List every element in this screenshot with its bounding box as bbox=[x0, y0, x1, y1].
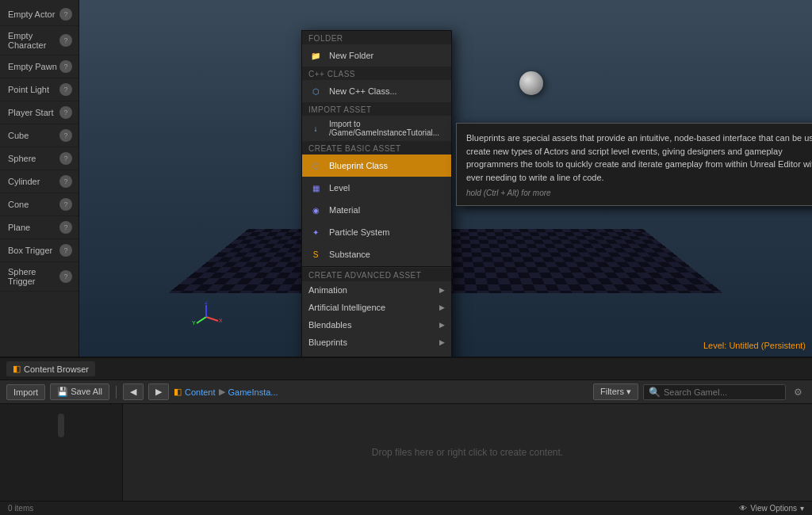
new-folder-item[interactable]: 📁 New Folder bbox=[302, 44, 451, 67]
bottom-panel-header: ◧ Content Browser bbox=[0, 358, 812, 380]
info-icon: ? bbox=[59, 152, 72, 165]
back-button[interactable]: ◀ bbox=[123, 383, 144, 400]
basic-section-label: Create Basic Asset bbox=[302, 141, 451, 154]
left-sidebar: Empty Actor ? Empty Character ? Empty Pa… bbox=[0, 0, 79, 357]
sidebar-item-cone[interactable]: Cone ? bbox=[0, 193, 79, 216]
content-browser-icon: ◧ bbox=[13, 364, 21, 374]
save-icon: 💾 bbox=[57, 387, 68, 396]
view-options-button[interactable]: 👁 View Options ▾ bbox=[739, 504, 804, 513]
submenu-arrow: ▶ bbox=[439, 321, 445, 329]
import-section-label: Import Asset bbox=[302, 102, 451, 116]
sidebar-item-cube[interactable]: Cube ? bbox=[0, 124, 79, 147]
svg-text:X: X bbox=[219, 318, 222, 323]
forward-button[interactable]: ▶ bbox=[148, 383, 169, 400]
info-icon: ? bbox=[59, 221, 72, 234]
sidebar-item-plane[interactable]: Plane ? bbox=[0, 216, 79, 239]
sidebar-item-point-light[interactable]: Point Light ? bbox=[0, 78, 79, 101]
settings-icon[interactable]: ⚙ bbox=[791, 387, 806, 398]
advanced-item-blueprints[interactable]: Blueprints▶ bbox=[302, 334, 451, 351]
chevron-down-icon: ▾ bbox=[800, 504, 804, 513]
content-browser-tab[interactable]: ◧ Content Browser bbox=[6, 361, 95, 376]
submenu-arrow: ▶ bbox=[439, 286, 445, 294]
breadcrumb-root-icon: ◧ bbox=[174, 387, 182, 397]
submenu-arrow: ▶ bbox=[439, 303, 445, 311]
particle-icon: ✦ bbox=[308, 225, 323, 239]
save-all-button[interactable]: 💾 Save All bbox=[50, 383, 109, 400]
sidebar-item-box-trigger[interactable]: Box Trigger ? bbox=[0, 239, 79, 262]
item-count: 0 items bbox=[8, 504, 33, 513]
info-icon: ? bbox=[59, 8, 72, 21]
info-icon: ? bbox=[59, 83, 72, 96]
app-container: Empty Actor ? Empty Character ? Empty Pa… bbox=[0, 0, 812, 515]
svg-line-1 bbox=[197, 317, 206, 323]
info-icon: ? bbox=[59, 129, 72, 142]
bottom-toolbar: Import 💾 Save All ◀ ▶ ◧ Content ▶ GameIn… bbox=[0, 380, 812, 404]
info-icon: ? bbox=[59, 106, 72, 119]
material-icon: ◉ bbox=[308, 203, 323, 217]
advanced-section-label: Create Advanced Asset bbox=[302, 268, 451, 281]
sidebar-item-sphere[interactable]: Sphere ? bbox=[0, 147, 79, 170]
info-icon: ? bbox=[59, 198, 72, 211]
breadcrumb-content[interactable]: Content bbox=[185, 387, 216, 397]
import-button[interactable]: Import bbox=[6, 384, 45, 400]
sidebar-item-empty-pawn[interactable]: Empty Pawn ? bbox=[0, 55, 79, 78]
import-icon: ↓ bbox=[308, 121, 323, 135]
advanced-item-artificial-intelligence[interactable]: Artificial Intelligence▶ bbox=[302, 299, 451, 316]
eye-icon: 👁 bbox=[739, 504, 747, 513]
axes-indicator: X Y Z bbox=[190, 301, 222, 333]
substance-item[interactable]: S Substance bbox=[302, 243, 451, 265]
bottom-content: Drop files here or right click to create… bbox=[0, 404, 812, 501]
breadcrumb-separator: ▶ bbox=[219, 387, 225, 397]
import-item[interactable]: ↓ Import to /Game/GameInstanceTutorial..… bbox=[302, 116, 451, 141]
cpp-icon: ⬡ bbox=[308, 84, 323, 98]
search-icon: 🔍 bbox=[649, 387, 661, 398]
svg-text:Y: Y bbox=[192, 320, 196, 326]
context-menu: Folder 📁 New Folder C++ Class ⬡ New C++ … bbox=[301, 30, 452, 357]
asset-drop-area[interactable]: Drop files here or right click to create… bbox=[123, 404, 812, 501]
advanced-menu-list: Animation▶Artificial Intelligence▶Blenda… bbox=[302, 281, 451, 357]
submenu-arrow: ▶ bbox=[439, 338, 445, 346]
viewport[interactable]: X Y Z Level: Untitled (Persistent) Folde… bbox=[79, 0, 812, 357]
level-icon: ▦ bbox=[308, 181, 323, 195]
menu-separator bbox=[302, 266, 451, 267]
material-item[interactable]: ◉ Material bbox=[302, 199, 451, 221]
bottom-status: 0 items 👁 View Options ▾ bbox=[0, 501, 812, 515]
level-item[interactable]: ▦ Level bbox=[302, 177, 451, 199]
submenu-arrow: ▶ bbox=[439, 356, 445, 357]
svg-line-0 bbox=[206, 317, 218, 321]
info-icon: ? bbox=[59, 175, 72, 188]
cpp-section-label: C++ Class bbox=[302, 67, 451, 80]
info-icon: ? bbox=[59, 60, 72, 73]
svg-text:Z: Z bbox=[205, 301, 209, 305]
blueprint-class-item[interactable]: ⬡ Blueprint Class bbox=[302, 154, 451, 177]
level-label: Level: Untitled (Persistent) bbox=[703, 341, 806, 350]
source-scrollbar[interactable] bbox=[58, 414, 64, 437]
main-area: Empty Actor ? Empty Character ? Empty Pa… bbox=[0, 0, 812, 357]
search-bar: 🔍 bbox=[643, 384, 786, 400]
sidebar-item-sphere-trigger[interactable]: Sphere Trigger ? bbox=[0, 262, 79, 292]
particle-system-item[interactable]: ✦ Particle System bbox=[302, 221, 451, 243]
filter-button[interactable]: Filters ▾ bbox=[593, 383, 638, 400]
info-icon: ? bbox=[59, 270, 72, 283]
bottom-panel: ◧ Content Browser Import 💾 Save All ◀ ▶ … bbox=[0, 357, 812, 515]
info-icon: ? bbox=[59, 34, 72, 47]
folder-icon: 📁 bbox=[308, 48, 323, 63]
blueprint-icon: ⬡ bbox=[308, 158, 323, 173]
sidebar-item-empty-character[interactable]: Empty Character ? bbox=[0, 26, 79, 55]
advanced-item-animation[interactable]: Animation▶ bbox=[302, 281, 451, 299]
sidebar-item-empty-actor[interactable]: Empty Actor ? bbox=[0, 3, 79, 26]
search-input[interactable] bbox=[664, 387, 780, 397]
new-cpp-item[interactable]: ⬡ New C++ Class... bbox=[302, 80, 451, 102]
advanced-item-materials-&-textures[interactable]: Materials & Textures▶ bbox=[302, 351, 451, 357]
advanced-item-blendables[interactable]: Blendables▶ bbox=[302, 316, 451, 334]
sidebar-item-player-start[interactable]: Player Start ? bbox=[0, 101, 79, 124]
toolbar-divider bbox=[116, 386, 117, 399]
tooltip-text: Blueprints are special assets that provi… bbox=[466, 132, 812, 184]
sidebar-item-cylinder[interactable]: Cylinder ? bbox=[0, 170, 79, 193]
info-icon: ? bbox=[59, 244, 72, 257]
viewport-ball bbox=[519, 71, 543, 95]
path-breadcrumb: ◧ Content ▶ GameInsta... bbox=[174, 387, 278, 397]
tooltip-hint: hold (Ctrl + Alt) for more bbox=[466, 189, 812, 197]
source-panel[interactable] bbox=[0, 404, 123, 501]
breadcrumb-sub[interactable]: GameInsta... bbox=[228, 387, 278, 397]
